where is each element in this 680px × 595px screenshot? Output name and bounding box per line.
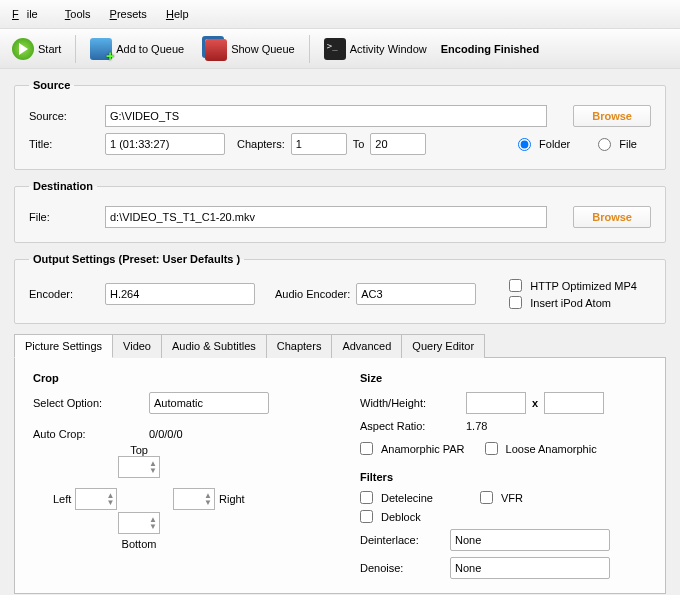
audio-encoder-label: Audio Encoder: [275,288,350,300]
output-settings-group: Output Settings (Preset: User Defaults )… [14,253,666,324]
chapter-end-select[interactable]: 20 [370,133,426,155]
crop-title: Crop [33,372,320,384]
toolbar: Start Add to Queue Show Queue Activity W… [0,29,680,69]
vfr-checkbox[interactable]: VFR [480,491,523,504]
tab-audio-subtitles[interactable]: Audio & Subtitles [161,334,267,358]
menu-presets[interactable]: Presets [102,5,155,23]
source-path-input[interactable] [105,105,547,127]
menu-tools[interactable]: Tools [57,5,99,23]
crop-mode-select[interactable]: Automatic [149,392,269,414]
crop-top-label: Top [118,444,160,456]
menu-help[interactable]: Help [158,5,197,23]
tab-query-editor[interactable]: Query Editor [401,334,485,358]
chapter-start-select[interactable]: 1 [291,133,347,155]
output-legend: Output Settings (Preset: User Defaults ) [29,253,244,265]
crop-left-label: Left [53,493,71,505]
to-label: To [353,138,365,150]
status-text: Encoding Finished [441,43,539,55]
size-filters-column: Size Width/Height: x Aspect Ratio: 1.78 … [360,372,647,579]
destination-legend: Destination [29,180,97,192]
start-button[interactable]: Start [6,35,67,63]
activity-window-button[interactable]: Activity Window [318,35,433,63]
height-input[interactable] [544,392,604,414]
anamorphic-par-checkbox[interactable]: Anamorphic PAR [360,442,465,455]
tab-picture-settings[interactable]: Picture Settings [14,334,113,358]
dest-file-input[interactable] [105,206,547,228]
dest-browse-button[interactable]: Browse [573,206,651,228]
tab-bar: Picture Settings Video Audio & Subtitles… [14,334,666,358]
source-browse-button[interactable]: Browse [573,105,651,127]
title-label: Title: [29,138,99,150]
tab-advanced[interactable]: Advanced [331,334,402,358]
http-mp4-checkbox[interactable]: HTTP Optimized MP4 [509,279,637,292]
show-queue-button[interactable]: Show Queue [196,33,301,64]
menu-bar: File Tools Presets Help [0,0,680,29]
add-to-queue-button[interactable]: Add to Queue [84,35,190,63]
deinterlace-label: Deinterlace: [360,534,440,546]
aspect-ratio-value: 1.78 [466,420,487,432]
crop-right-label: Right [219,493,245,505]
deinterlace-select[interactable]: None [450,529,610,551]
crop-right-spinner[interactable]: ▲▼ [173,488,215,510]
ipod-atom-checkbox[interactable]: Insert iPod Atom [509,296,637,309]
tab-chapters[interactable]: Chapters [266,334,333,358]
toolbar-separator [309,35,310,63]
menu-file-txt: ile [19,5,46,23]
x-label: x [532,397,538,409]
auto-crop-label: Auto Crop: [33,428,143,440]
picture-settings-pane: Crop Select Option: Automatic Auto Crop:… [14,358,666,594]
loose-anamorphic-checkbox[interactable]: Loose Anamorphic [485,442,597,455]
play-icon [12,38,34,60]
denoise-select[interactable]: None [450,557,610,579]
source-label: Source: [29,110,99,122]
dest-file-label: File: [29,211,99,223]
encoder-select[interactable]: H.264 [105,283,255,305]
detelecine-checkbox[interactable]: Detelecine [360,491,460,504]
size-title: Size [360,372,647,384]
file-radio[interactable]: File [598,138,637,151]
toolbar-separator [75,35,76,63]
source-group: Source Source: Browse Title: 1 (01:33:27… [14,79,666,170]
width-input[interactable] [466,392,526,414]
auto-crop-value: 0/0/0/0 [149,428,183,440]
destination-group: Destination File: Browse [14,180,666,243]
add-icon [90,38,112,60]
queue-icon [205,39,227,61]
title-select[interactable]: 1 (01:33:27) [105,133,225,155]
tab-video[interactable]: Video [112,334,162,358]
terminal-icon [324,38,346,60]
crop-bottom-label: Bottom [118,538,160,550]
select-option-label: Select Option: [33,397,143,409]
crop-left-spinner[interactable]: ▲▼ [75,488,117,510]
chapters-label: Chapters: [237,138,285,150]
crop-bottom-spinner[interactable]: ▲▼ [118,512,160,534]
encoder-label: Encoder: [29,288,99,300]
deblock-checkbox[interactable]: Deblock [360,510,421,523]
menu-file[interactable]: File [4,2,54,26]
folder-radio[interactable]: Folder [518,138,570,151]
filters-title: Filters [360,471,647,483]
audio-encoder-select[interactable]: AC3 [356,283,476,305]
source-legend: Source [29,79,74,91]
crop-top-spinner[interactable]: ▲▼ [118,456,160,478]
aspect-ratio-label: Aspect Ratio: [360,420,460,432]
denoise-label: Denoise: [360,562,440,574]
width-height-label: Width/Height: [360,397,460,409]
crop-column: Crop Select Option: Automatic Auto Crop:… [33,372,320,579]
